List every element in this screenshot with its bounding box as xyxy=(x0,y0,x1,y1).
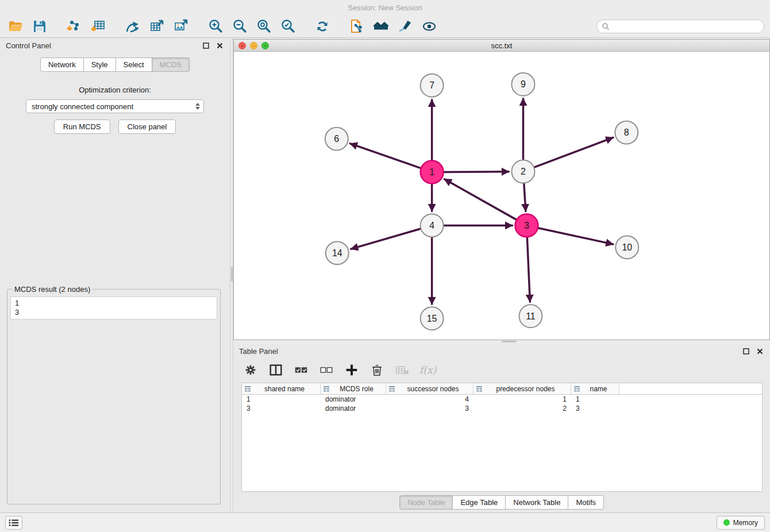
column-header-mcds-role[interactable]: MCDS role xyxy=(321,383,386,394)
cell-successor-nodes[interactable]: 4 xyxy=(386,395,473,403)
control-panel-title: Control Panel xyxy=(6,41,51,50)
list-icon xyxy=(8,518,20,527)
add-column-icon[interactable] xyxy=(344,362,360,378)
cell-shared-name[interactable]: 1 xyxy=(242,395,321,403)
close-panel-icon[interactable] xyxy=(215,41,224,50)
graph-edge-2-8[interactable] xyxy=(534,137,613,167)
zoom-out-icon[interactable] xyxy=(230,17,249,36)
node-table: shared name MCDS role successor nodes xyxy=(241,383,763,492)
tab-network-table[interactable]: Network Table xyxy=(506,495,568,510)
memory-label: Memory xyxy=(733,519,758,527)
table-panel-header: Table Panel xyxy=(233,344,770,358)
network-view-window: × − + scc.txt 7968124314101511 xyxy=(233,39,770,340)
apply-style-icon[interactable] xyxy=(395,17,415,36)
close-panel-icon[interactable] xyxy=(755,346,764,356)
select-all-icon[interactable] xyxy=(293,362,309,378)
function-builder-icon[interactable]: f(x) xyxy=(419,364,436,376)
control-panel: Control Panel Network Style Select MCDS … xyxy=(0,38,230,512)
graph-edge-3-11[interactable] xyxy=(527,237,530,302)
network-canvas[interactable]: 7968124314101511 xyxy=(234,52,769,340)
minimize-window-icon[interactable]: − xyxy=(250,42,257,49)
network-window-title: scc.txt xyxy=(491,41,513,50)
graph-edge-2-3[interactable] xyxy=(524,183,526,211)
graph-node-label-9: 9 xyxy=(521,79,526,89)
column-header-name[interactable]: name xyxy=(571,383,619,394)
zoom-in-icon[interactable] xyxy=(206,17,225,36)
control-panel-header: Control Panel xyxy=(0,38,230,53)
memory-button[interactable]: Memory xyxy=(717,516,765,530)
import-network-icon[interactable] xyxy=(64,17,84,36)
export-network-icon[interactable] xyxy=(123,17,143,36)
search-input[interactable] xyxy=(613,22,759,30)
graph-edge-1-6[interactable] xyxy=(350,144,421,168)
export-image-icon[interactable] xyxy=(171,17,191,36)
vertical-splitter[interactable] xyxy=(230,38,233,512)
zoom-fit-icon[interactable] xyxy=(254,17,274,36)
cell-predecessor-nodes[interactable]: 2 xyxy=(473,404,571,413)
tab-style[interactable]: Style xyxy=(84,57,116,72)
delete-table-icon[interactable] xyxy=(394,362,410,378)
network-window-titlebar: × − + scc.txt xyxy=(234,40,769,52)
column-header-shared-name[interactable]: shared name xyxy=(242,383,321,394)
tab-edge-table[interactable]: Edge Table xyxy=(453,495,506,510)
zoom-group xyxy=(206,17,298,36)
search-box xyxy=(596,20,764,33)
import-table-icon[interactable] xyxy=(88,17,108,36)
delete-column-icon[interactable] xyxy=(369,362,385,378)
refresh-icon[interactable] xyxy=(313,17,332,36)
tab-network[interactable]: Network xyxy=(40,57,84,72)
mcds-result-fieldset: MCDS result (2 nodes) 1 3 xyxy=(7,285,221,504)
graph-edge-4-14[interactable] xyxy=(351,229,421,249)
network-canvas-container: 7968124314101511 xyxy=(234,52,769,340)
deselect-all-icon[interactable] xyxy=(318,362,334,378)
splitter-grip[interactable] xyxy=(502,341,517,342)
cell-mcds-role[interactable]: dominator xyxy=(321,404,386,413)
horizontal-splitter[interactable] xyxy=(233,340,770,344)
split-panel-icon[interactable] xyxy=(268,362,284,378)
app-window: Session: New Session xyxy=(0,0,770,532)
cell-name[interactable]: 3 xyxy=(571,404,619,413)
mcds-result-title: MCDS result (2 nodes) xyxy=(13,285,92,294)
network-overview-icon[interactable] xyxy=(371,17,391,36)
mcds-result-list[interactable]: 1 3 xyxy=(10,296,217,319)
cell-name[interactable]: 1 xyxy=(571,395,619,403)
zoom-window-icon[interactable]: + xyxy=(261,42,269,49)
column-header-successor-nodes[interactable]: successor nodes xyxy=(386,383,473,394)
cell-shared-name[interactable]: 3 xyxy=(242,404,321,413)
close-window-icon[interactable]: × xyxy=(238,42,246,49)
table-row[interactable]: 1 dominator 4 1 1 xyxy=(242,395,762,404)
splitter-grip[interactable] xyxy=(231,267,233,282)
tab-mcds[interactable]: MCDS xyxy=(152,57,190,72)
task-history-button[interactable] xyxy=(5,516,22,530)
open-file-icon[interactable] xyxy=(6,17,25,36)
graph-node-label-14: 14 xyxy=(332,248,342,258)
table-row[interactable]: 3 dominator 3 2 3 xyxy=(242,404,762,413)
table-settings-gear-icon[interactable] xyxy=(242,362,259,378)
cell-predecessor-nodes[interactable]: 1 xyxy=(473,395,571,403)
right-side: × − + scc.txt 7968124314101511 Table Pan… xyxy=(233,38,770,512)
show-graphics-details-icon[interactable] xyxy=(419,17,439,36)
graph-edge-3-10[interactable] xyxy=(538,228,613,244)
float-panel-icon[interactable] xyxy=(741,346,750,356)
tab-node-table[interactable]: Node Table xyxy=(399,495,453,510)
run-mcds-button[interactable]: Run MCDS xyxy=(54,119,110,134)
zoom-selected-icon[interactable] xyxy=(278,17,298,36)
column-type-icon xyxy=(476,385,483,392)
cell-successor-nodes[interactable]: 3 xyxy=(386,404,473,413)
graph-node-label-8: 8 xyxy=(624,128,629,137)
import-public-network-icon[interactable] xyxy=(347,17,367,36)
optimization-criterion-select[interactable]: strongly connected component xyxy=(26,99,204,113)
float-panel-icon[interactable] xyxy=(201,41,210,50)
save-session-icon[interactable] xyxy=(30,17,49,36)
graph-edge-1-2[interactable] xyxy=(444,172,509,172)
export-table-icon[interactable] xyxy=(147,17,167,36)
status-bar: Memory xyxy=(0,512,770,532)
tab-motifs[interactable]: Motifs xyxy=(568,495,604,510)
search-icon xyxy=(602,22,610,30)
graph-edge-3-1[interactable] xyxy=(444,179,517,220)
tab-select[interactable]: Select xyxy=(116,57,152,72)
close-panel-button[interactable]: Close panel xyxy=(118,119,176,134)
cell-mcds-role[interactable]: dominator xyxy=(321,395,386,403)
column-header-predecessor-nodes[interactable]: predecessor nodes xyxy=(473,383,571,394)
chevron-updown-icon xyxy=(195,103,200,110)
